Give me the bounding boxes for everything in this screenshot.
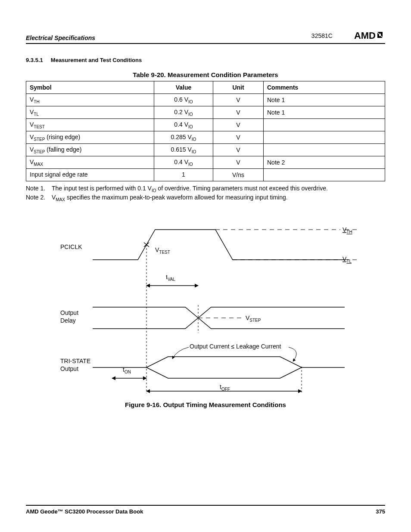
cell-value: 0.285 VIO xyxy=(154,131,213,144)
header-section-title: Electrical Specifications xyxy=(26,34,95,41)
cell-unit: V xyxy=(213,144,264,156)
svg-text:Output: Output xyxy=(60,365,78,372)
cell-comment: Note 1 xyxy=(264,94,385,106)
cell-comment: Note 1 xyxy=(264,106,385,119)
cell-comment xyxy=(264,144,385,156)
cell-comment xyxy=(264,119,385,131)
table-row: VSTEP (rising edge) 0.285 VIO V xyxy=(26,131,385,144)
note-1-text: The input test is performed with 0.1 VIO… xyxy=(52,185,328,193)
cell-value: 0.6 VIO xyxy=(154,94,213,106)
cell-unit: V/ns xyxy=(213,169,264,181)
svg-text:Output Current  ≤  Leakage Cur: Output Current ≤ Leakage Current xyxy=(190,343,281,350)
amd-logo: AMD xyxy=(354,30,385,41)
table-row: VMAX 0.4 VIO V Note 2 xyxy=(26,156,385,169)
table-header-row: Symbol Value Unit Comments xyxy=(26,81,385,94)
section-heading: 9.3.5.1 Measurement and Test Conditions xyxy=(26,57,385,63)
page-header: Electrical Specifications 32581C AMD xyxy=(26,30,385,44)
svg-text:VSTEP: VSTEP xyxy=(246,314,261,323)
cell-unit: V xyxy=(213,131,264,144)
cell-symbol: VTL xyxy=(26,106,154,119)
header-right: 32581C AMD xyxy=(311,30,385,41)
label-pciclk: PCICLK xyxy=(60,243,82,250)
table-row: VTEST 0.4 VIO V xyxy=(26,119,385,131)
svg-text:VTH: VTH xyxy=(342,226,352,234)
section-number: 9.3.5.1 xyxy=(26,57,43,63)
table-caption: Table 9-20. Measurement Condition Parame… xyxy=(26,71,385,78)
cell-unit: V xyxy=(213,106,264,119)
svg-text:tVAL: tVAL xyxy=(166,274,175,282)
cell-value: 0.615 VIO xyxy=(154,144,213,156)
note-1: Note 1. The input test is performed with… xyxy=(26,185,385,193)
svg-text:Delay: Delay xyxy=(60,317,76,324)
page: Electrical Specifications 32581C AMD 9.3… xyxy=(0,0,411,532)
th-symbol: Symbol xyxy=(26,81,154,94)
cell-symbol: Input signal edge rate xyxy=(26,169,154,181)
svg-text:TRI-STATE: TRI-STATE xyxy=(60,358,90,364)
figure-9-16: PCICLK VTH VTL VTEST tVAL Output Delay xyxy=(26,221,385,398)
amd-arrow-icon xyxy=(377,30,385,41)
cell-value: 0.4 VIO xyxy=(154,156,213,169)
cell-comment xyxy=(264,169,385,181)
timing-diagram: PCICLK VTH VTL VTEST tVAL Output Delay xyxy=(26,221,385,398)
table-notes: Note 1. The input test is performed with… xyxy=(26,185,385,202)
cell-symbol: VSTEP (falling edge) xyxy=(26,144,154,156)
cell-unit: V xyxy=(213,119,264,131)
svg-text:tOFF: tOFF xyxy=(220,383,230,392)
table-row: Input signal edge rate 1 V/ns xyxy=(26,169,385,181)
footer-page-number: 375 xyxy=(376,508,385,515)
table-row: VTH 0.6 VIO V Note 1 xyxy=(26,94,385,106)
cell-comment xyxy=(264,131,385,144)
cell-symbol: VTH xyxy=(26,94,154,106)
svg-text:VTL: VTL xyxy=(342,255,352,264)
parameters-table: Symbol Value Unit Comments VTH 0.6 VIO V… xyxy=(26,81,385,181)
table-row: VTL 0.2 VIO V Note 1 xyxy=(26,106,385,119)
cell-unit: V xyxy=(213,156,264,169)
th-unit: Unit xyxy=(213,81,264,94)
header-docnum: 32581C xyxy=(311,32,333,39)
footer-book-title: AMD Geode™ SC3200 Processor Data Book xyxy=(26,508,143,515)
svg-text:VTEST: VTEST xyxy=(155,246,170,255)
note-2-label: Note 2. xyxy=(26,194,52,202)
svg-text:Output: Output xyxy=(60,309,78,316)
note-1-label: Note 1. xyxy=(26,185,52,193)
cell-unit: V xyxy=(213,94,264,106)
figure-caption: Figure 9-16. Output Timing Measurement C… xyxy=(26,401,385,408)
page-footer: AMD Geode™ SC3200 Processor Data Book 37… xyxy=(26,505,385,515)
cell-symbol: VSTEP (rising edge) xyxy=(26,131,154,144)
amd-logo-text: AMD xyxy=(354,30,376,41)
cell-comment: Note 2 xyxy=(264,156,385,169)
cell-symbol: VMAX xyxy=(26,156,154,169)
cell-value: 0.4 VIO xyxy=(154,119,213,131)
section-title: Measurement and Test Conditions xyxy=(51,57,142,63)
note-2: Note 2. VMAX specifies the maximum peak-… xyxy=(26,194,385,202)
table-row: VSTEP (falling edge) 0.615 VIO V xyxy=(26,144,385,156)
cell-value: 1 xyxy=(154,169,213,181)
note-2-text: VMAX specifies the maximum peak-to-peak … xyxy=(52,194,288,202)
cell-value: 0.2 VIO xyxy=(154,106,213,119)
cell-symbol: VTEST xyxy=(26,119,154,131)
th-value: Value xyxy=(154,81,213,94)
th-comments: Comments xyxy=(264,81,385,94)
